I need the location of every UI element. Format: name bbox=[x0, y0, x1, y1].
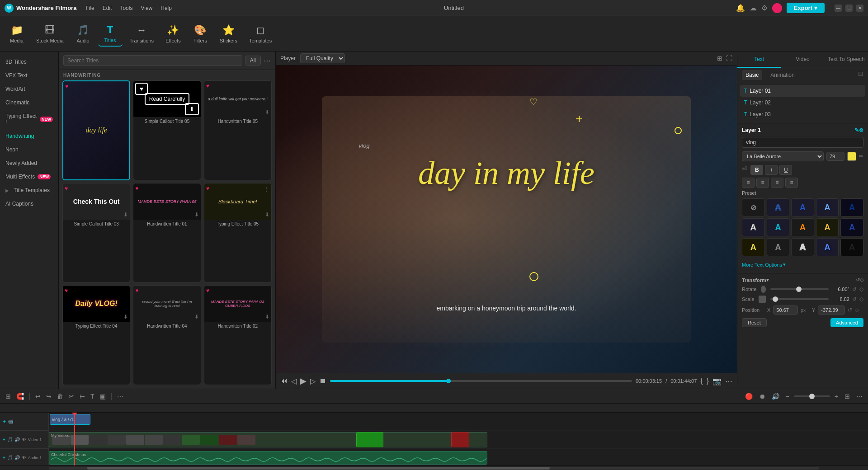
sidebar-item-cinematic[interactable]: Cinematic bbox=[0, 96, 58, 109]
sidebar-item-multi[interactable]: Multi Effects NEW bbox=[0, 170, 58, 183]
preset-gray[interactable]: A bbox=[767, 238, 790, 256]
rotate-reset-icon[interactable]: ↺ bbox=[852, 286, 857, 292]
tab-text[interactable]: Text bbox=[737, 52, 781, 68]
frame-forward-button[interactable]: ▷ bbox=[310, 377, 316, 385]
settings-icon[interactable]: ⚙ bbox=[761, 4, 768, 12]
sidebar-item-newly[interactable]: Newly Added bbox=[0, 156, 58, 170]
tool-filters[interactable]: 🎨 Filters bbox=[188, 22, 212, 46]
progress-bar[interactable] bbox=[330, 380, 632, 382]
reset-button[interactable]: Reset bbox=[742, 318, 767, 327]
menu-file[interactable]: File bbox=[85, 5, 94, 11]
tool-stickers[interactable]: ⭐ Stickers bbox=[215, 22, 242, 46]
search-input[interactable] bbox=[63, 55, 242, 66]
sidebar-item-neon[interactable]: Neon bbox=[0, 143, 58, 156]
more-tl-btn[interactable]: ⋯ bbox=[115, 392, 125, 401]
preset-shadow-blue[interactable]: A bbox=[816, 238, 839, 256]
template-te05[interactable]: ♥ Blackboard Time! ⋮ ⬇ Typing Effect Tit… bbox=[204, 183, 272, 283]
bracket-left-icon[interactable]: { bbox=[700, 377, 703, 385]
preset-dark[interactable]: A bbox=[840, 238, 863, 256]
undo-button[interactable]: ↩ bbox=[33, 392, 42, 401]
title-clip-main[interactable]: vlog / a / d... bbox=[50, 414, 90, 425]
menu-help[interactable]: Help bbox=[160, 5, 172, 11]
zoom-slider[interactable] bbox=[794, 395, 830, 397]
align-center-button[interactable]: ≡ bbox=[756, 178, 769, 188]
video-clip-red[interactable] bbox=[451, 432, 469, 447]
delete-button[interactable]: 🗑 bbox=[55, 392, 65, 401]
sidebar-item-3d[interactable]: 3D Titles bbox=[0, 55, 58, 69]
record-icon[interactable]: ⏺ bbox=[757, 392, 767, 401]
advanced-button[interactable]: Advanced bbox=[830, 318, 863, 327]
tool-audio[interactable]: 🎵 Audio bbox=[71, 22, 95, 46]
underline-button[interactable]: U bbox=[779, 165, 792, 175]
zoom-in-icon[interactable]: 🔴 bbox=[743, 392, 755, 401]
preset-blue-solid[interactable]: A bbox=[791, 198, 814, 216]
scale-slider[interactable] bbox=[770, 298, 829, 300]
transform-reset-icon[interactable]: ↺ bbox=[856, 277, 860, 283]
preset-cyan[interactable]: A bbox=[767, 218, 790, 236]
bracket-right-icon[interactable]: } bbox=[707, 377, 709, 385]
split-view-icon[interactable]: ⊞ bbox=[717, 55, 722, 62]
scale-pin-icon[interactable]: ◇ bbox=[859, 296, 863, 302]
preset-orange[interactable]: A bbox=[791, 218, 814, 236]
preset-plain[interactable]: ⊘ bbox=[742, 198, 765, 216]
export-button[interactable]: Export ▾ bbox=[787, 3, 825, 13]
timeline-more-icon[interactable]: ⋯ bbox=[854, 392, 864, 401]
cloud-icon[interactable]: ☁ bbox=[750, 4, 757, 12]
sidebar-item-wordart[interactable]: WordArt bbox=[0, 82, 58, 96]
sub-tab-animation[interactable]: Animation bbox=[767, 70, 798, 80]
video-clip-green[interactable] bbox=[356, 432, 383, 447]
sidebar-item-typing[interactable]: Typing Effect ! NEW bbox=[0, 109, 58, 129]
cut-button[interactable]: ✂ bbox=[67, 392, 76, 401]
preset-blue-dark[interactable]: A bbox=[840, 198, 863, 216]
layer-item-1[interactable]: T Layer 01 bbox=[740, 85, 865, 97]
pen-icon[interactable]: ✏ bbox=[859, 153, 863, 160]
frame-back-button[interactable]: ◁ bbox=[291, 377, 297, 385]
sidebar-item-vfx[interactable]: VFX Text bbox=[0, 69, 58, 82]
track-add-icon-title[interactable]: + bbox=[3, 418, 6, 425]
template-hw04[interactable]: ♥ record your more! S'act like I'm learn… bbox=[133, 285, 201, 385]
tool-effects[interactable]: ✨ Effects bbox=[161, 22, 185, 46]
track-add-icon[interactable]: ⊞ bbox=[4, 392, 13, 401]
position-reset-icon[interactable]: ↺ bbox=[848, 307, 852, 313]
tool-titles[interactable]: T Titles bbox=[98, 21, 123, 47]
extra-controls[interactable]: ⋯ bbox=[725, 377, 732, 385]
more-text-options-button[interactable]: More Text Options ▾ bbox=[742, 260, 863, 269]
audio-btn[interactable]: 🔊 bbox=[770, 392, 781, 401]
color-swatch[interactable] bbox=[847, 152, 856, 161]
template-hw02[interactable]: ♥ MANDE ESTE STORY PARA OS GUBER-FIDOS ⬇… bbox=[204, 285, 272, 385]
split-button[interactable]: ⊢ bbox=[78, 392, 87, 401]
template-te04[interactable]: ♥ Daily VLOG! ⬇ Typing Effect Title 04 bbox=[62, 285, 130, 385]
notif-icon[interactable]: 🔔 bbox=[736, 4, 745, 12]
template-hw09[interactable]: ♥ day life Handwritten Title 09 bbox=[62, 80, 130, 180]
grid-view-icon[interactable]: ⊞ bbox=[843, 392, 852, 401]
pos-x-input[interactable] bbox=[773, 306, 798, 315]
preset-yellow[interactable]: A bbox=[742, 238, 765, 256]
font-size-input[interactable] bbox=[826, 152, 844, 161]
scrollbar-thumb[interactable] bbox=[87, 467, 549, 470]
align-right-button[interactable]: ≡ bbox=[771, 178, 783, 188]
tab-tts[interactable]: Text To Speech bbox=[825, 52, 868, 68]
tool-templates[interactable]: ◻ Templates bbox=[245, 22, 276, 46]
preset-outline-white[interactable]: A bbox=[791, 238, 814, 256]
magnet-icon[interactable]: 🧲 bbox=[14, 392, 26, 401]
layer-item-2[interactable]: T Layer 02 bbox=[740, 97, 865, 108]
text-content-input[interactable] bbox=[742, 137, 863, 148]
align-justify-button[interactable]: ≡ bbox=[785, 178, 798, 188]
audio-clip-main[interactable]: Cheerful Christmas bbox=[49, 451, 487, 465]
more-options-icon[interactable]: ⋯ bbox=[264, 56, 271, 65]
bold-button[interactable]: B bbox=[750, 165, 763, 175]
pos-y-input[interactable] bbox=[818, 306, 845, 315]
rotate-pin-icon[interactable]: ◇ bbox=[859, 286, 863, 292]
audio-track-eye-icon[interactable]: 👁 bbox=[22, 455, 26, 460]
scale-reset-icon[interactable]: ↺ bbox=[852, 296, 857, 302]
track-eye-icon[interactable]: 👁 bbox=[22, 437, 26, 442]
edit-layer-icon[interactable]: ✎⊗ bbox=[854, 127, 863, 133]
menu-tools[interactable]: Tools bbox=[120, 5, 132, 11]
menu-edit[interactable]: Edit bbox=[103, 5, 112, 11]
preset-blue-gradient[interactable]: A bbox=[816, 198, 839, 216]
transform-expand-icon[interactable]: ▾ bbox=[766, 277, 769, 283]
preset-dark-blue[interactable]: A bbox=[840, 218, 863, 236]
template-hw01[interactable]: ♥ MANDE ESTE STORY PARA 05 ⬇ Handwritten… bbox=[133, 183, 201, 283]
zoom-out-button[interactable]: − bbox=[784, 392, 791, 401]
skip-back-button[interactable]: ⏮ bbox=[280, 377, 288, 385]
